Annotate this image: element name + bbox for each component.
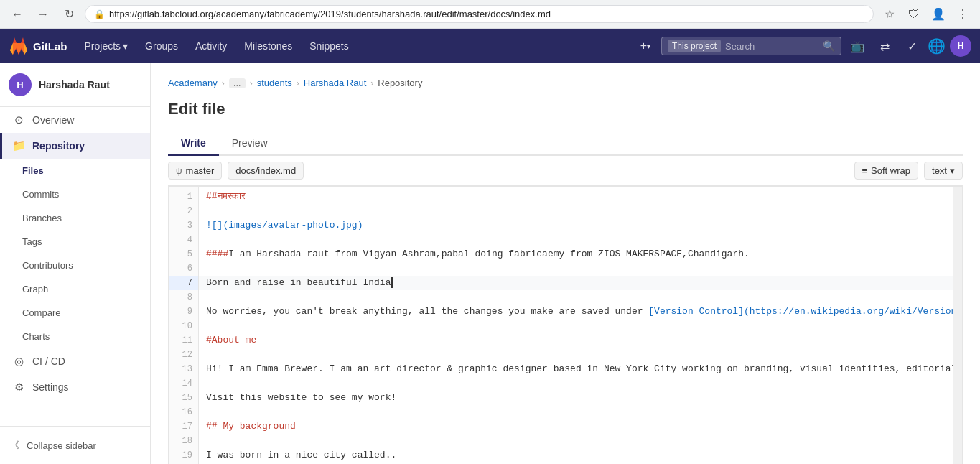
sidebar-submenu: Files Commits Branches Tags Contributors…: [0, 159, 150, 348]
browser-actions: ☆ 🛡 👤 ⋮: [879, 4, 973, 24]
line-num-9: 9: [169, 305, 198, 319]
line-num-14: 14: [169, 376, 198, 391]
text-select[interactable]: text ▾: [924, 162, 963, 180]
breadcrumb-students[interactable]: students: [257, 78, 292, 88]
globe-icon[interactable]: 🌐: [928, 37, 946, 55]
gitlab-nav: Projects ▾ Groups Activity Milestones Sn…: [78, 37, 356, 55]
todo-icon[interactable]: ✓: [900, 34, 923, 57]
settings-icon: ⚙: [12, 381, 25, 394]
nav-groups[interactable]: Groups: [138, 37, 185, 55]
sidebar-item-branches[interactable]: Branches: [0, 206, 150, 230]
sidebar-item-commits[interactable]: Commits: [0, 182, 150, 206]
this-project-badge[interactable]: This project: [668, 40, 721, 52]
line-num-7: 7: [169, 276, 198, 290]
sidebar-item-contributors[interactable]: Contributors: [0, 254, 150, 277]
gitlab-header: GitLab Projects ▾ Groups Activity Milest…: [0, 29, 980, 63]
breadcrumb-sep-4: ›: [370, 78, 373, 88]
merge-request-icon[interactable]: ⇄: [873, 34, 896, 57]
sidebar-item-files[interactable]: Files: [0, 159, 150, 182]
code-line-13: Hi! I am Emma Brewer. I am an art direct…: [199, 362, 953, 376]
sidebar-item-cicd[interactable]: ◎ CI / CD: [0, 348, 150, 374]
line-num-12: 12: [169, 348, 198, 362]
line-num-4: 4: [169, 233, 198, 247]
nav-projects[interactable]: Projects ▾: [78, 37, 136, 55]
file-path-badge: docs/index.md: [228, 162, 304, 180]
sidebar-nav: ⊙ Overview 📁 Repository Files Commits Br…: [0, 107, 150, 426]
back-button[interactable]: ←: [7, 4, 27, 24]
sidebar-item-repository[interactable]: 📁 Repository: [0, 133, 150, 159]
collapse-icon: 《: [10, 439, 19, 452]
gitlab-logo[interactable]: GitLab: [9, 36, 67, 56]
line-num-3: 3: [169, 218, 198, 233]
breadcrumb-academany[interactable]: Academany: [168, 78, 218, 88]
profile-button[interactable]: 👤: [928, 4, 948, 24]
shield-icon[interactable]: 🛡: [904, 4, 924, 24]
tab-write[interactable]: Write: [168, 131, 219, 156]
code-line-10: [199, 319, 953, 333]
repository-icon: 📁: [12, 139, 25, 152]
collapse-sidebar-button[interactable]: 《 Collapse sidebar: [0, 432, 150, 458]
sidebar-user: H Harshada Raut: [0, 63, 150, 107]
sidebar-item-compare[interactable]: Compare: [0, 301, 150, 325]
code-line-16: [199, 405, 953, 419]
search-icon: 🔍: [823, 40, 835, 52]
line-num-5: 5: [169, 247, 198, 261]
line-num-1: 1: [169, 190, 198, 204]
sidebar-item-settings[interactable]: ⚙ Settings: [0, 374, 150, 400]
code-editor[interactable]: 1 2 3 4 5 6 7 8 9 10 11 12 13 14 15 16 1: [168, 186, 963, 464]
breadcrumb-repository: Repository: [378, 78, 422, 88]
line-num-6: 6: [169, 261, 198, 276]
content-inner: Academany › … › students › Harshada Raut…: [151, 63, 980, 464]
branch-icon: ψ: [176, 166, 182, 176]
sidebar: H Harshada Raut ⊙ Overview 📁 Repository …: [0, 63, 151, 464]
nav-milestones[interactable]: Milestones: [237, 37, 299, 55]
nav-snippets[interactable]: Snippets: [302, 37, 355, 55]
lock-icon: 🔒: [94, 9, 105, 19]
code-line-8: [199, 290, 953, 305]
line-num-18: 18: [169, 434, 198, 448]
code-line-3: ![](images/avatar-photo.jpg): [199, 218, 953, 233]
code-content[interactable]: ##नमस्कार ![](images/avatar-photo.jpg) #…: [199, 187, 953, 464]
header-right: +▾ This project 🔍 📺 ⇄ ✓ 🌐 H: [634, 34, 971, 57]
tab-preview[interactable]: Preview: [219, 131, 281, 156]
search-input[interactable]: [725, 41, 818, 52]
breadcrumb-sep-1: ›: [222, 78, 225, 88]
sidebar-item-charts[interactable]: Charts: [0, 325, 150, 348]
editor-tabs: Write Preview: [168, 131, 963, 156]
line-num-13: 13: [169, 362, 198, 376]
code-line-18: [199, 434, 953, 448]
line-num-16: 16: [169, 405, 198, 419]
code-line-11: #About me: [199, 333, 953, 348]
code-line-2: [199, 204, 953, 218]
content-area: Academany › … › students › Harshada Raut…: [151, 63, 980, 464]
broadcast-icon[interactable]: 📺: [846, 34, 869, 57]
scrollbar[interactable]: [953, 187, 962, 464]
forward-button[interactable]: →: [33, 4, 53, 24]
nav-activity[interactable]: Activity: [188, 37, 234, 55]
line-num-11: 11: [169, 333, 198, 348]
breadcrumb-harshada[interactable]: Harshada Raut: [304, 78, 366, 88]
sidebar-item-tags[interactable]: Tags: [0, 230, 150, 254]
code-line-12: [199, 348, 953, 362]
add-button[interactable]: +▾: [634, 34, 657, 57]
soft-wrap-icon: ≡: [862, 165, 868, 176]
code-line-9: No worries, you can't break anything, al…: [199, 305, 953, 319]
header-avatar[interactable]: H: [950, 35, 971, 57]
sidebar-item-overview[interactable]: ⊙ Overview: [0, 107, 150, 133]
breadcrumb-more[interactable]: …: [229, 78, 246, 88]
code-line-1: ##नमस्कार: [199, 190, 953, 204]
code-line-4: [199, 233, 953, 247]
breadcrumb-sep-3: ›: [297, 78, 299, 88]
line-num-17: 17: [169, 419, 198, 434]
sidebar-item-graph[interactable]: Graph: [0, 277, 150, 301]
address-bar[interactable]: 🔒 https://gitlab.fabcloud.org/academany/…: [85, 5, 874, 23]
soft-wrap-button[interactable]: ≡ Soft wrap: [854, 162, 919, 180]
line-num-2: 2: [169, 204, 198, 218]
sidebar-bottom: 《 Collapse sidebar: [0, 426, 150, 464]
refresh-button[interactable]: ↻: [59, 4, 79, 24]
star-button[interactable]: ☆: [879, 4, 900, 24]
code-line-17: ## My background: [199, 419, 953, 434]
code-line-14: [199, 376, 953, 391]
cicd-icon: ◎: [12, 355, 25, 368]
menu-button[interactable]: ⋮: [953, 4, 973, 24]
